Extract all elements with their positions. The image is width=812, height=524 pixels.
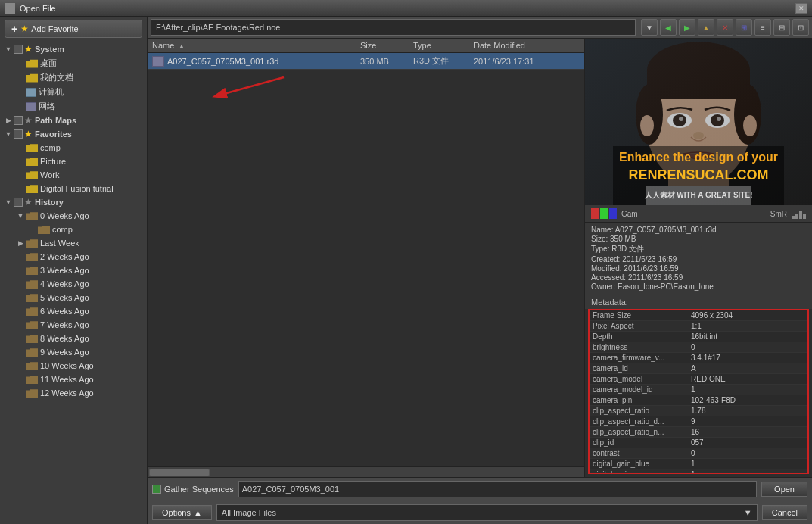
expand-lastweek[interactable]: ▶ [15, 238, 26, 248]
cb-favorites[interactable] [14, 129, 23, 139]
metadata-value: 0 [691, 343, 695, 351]
metadata-row: Frame Size4096 x 2304 [590, 310, 807, 321]
gather-cb[interactable] [152, 485, 161, 494]
expand-week-2[interactable] [15, 251, 26, 262]
expand-docs[interactable] [15, 73, 26, 83]
expand-network[interactable] [15, 101, 26, 112]
metadata-key: digital_gain_green [593, 470, 691, 473]
sidebar-item-network[interactable]: 网络 [0, 99, 147, 114]
expand-week-6[interactable] [15, 306, 26, 317]
path-label: F:\After_clip\AE Footage\Red noe [156, 23, 280, 32]
sidebar-item-week-0-comp[interactable]: comp [0, 223, 147, 236]
nav-list-button[interactable]: ≡ [754, 19, 771, 36]
path-dropdown-button[interactable]: ▼ [641, 19, 658, 36]
header-name[interactable]: Name ▲ [152, 41, 360, 50]
add-favorite-label: Add Favorite [31, 24, 78, 33]
metadata-key: clip_aspect_ratio [593, 407, 691, 415]
horizontal-scrollbar[interactable] [148, 466, 584, 477]
expand-week-3[interactable] [15, 265, 26, 276]
sidebar-item-week-12[interactable]: 12 Weeks Ago [0, 386, 147, 400]
folder-icon-week-12 [26, 388, 38, 398]
cb-history[interactable] [14, 198, 23, 207]
sidebar-item-week-11[interactable]: 11 Weeks Ago [0, 373, 147, 386]
sidebar-item-computer[interactable]: 计算机 [0, 85, 147, 99]
cb-system[interactable] [14, 45, 23, 54]
expand-week-10[interactable] [15, 360, 26, 371]
expand-df[interactable] [15, 183, 26, 194]
folder-icon-df [26, 184, 38, 193]
nav-thumb-button[interactable]: ⊡ [792, 19, 809, 36]
options-button[interactable]: Options ▲ [152, 505, 212, 520]
gather-sequences-checkbox[interactable]: Gather Sequences [152, 485, 234, 494]
add-favorite-button[interactable]: + ★ Add Favorite [5, 20, 142, 38]
metadata-table[interactable]: Frame Size4096 x 2304Pixel Aspect1:1Dept… [590, 310, 807, 473]
metadata-value: 3.4.1#17 [691, 354, 720, 362]
header-size[interactable]: Size [360, 41, 413, 50]
expand-comp[interactable] [15, 142, 26, 153]
file-date: 2011/6/23 17:31 [474, 57, 580, 66]
bottom-bar-2: Options ▲ All Image Files ▼ Cancel [148, 501, 812, 524]
sidebar-item-week-2[interactable]: 2 Weeks Ago [0, 250, 147, 264]
expand-week-11[interactable] [15, 374, 26, 385]
expand-desktop[interactable] [15, 58, 26, 69]
sidebar-item-week-5[interactable]: 5 Weeks Ago [0, 291, 147, 304]
expand-week-7[interactable] [15, 320, 26, 330]
expand-week-9[interactable] [15, 347, 26, 357]
sidebar-item-week-4[interactable]: 4 Weeks Ago [0, 277, 147, 291]
expand-history[interactable]: ▼ [3, 197, 14, 207]
expand-week-0-comp[interactable] [27, 224, 38, 235]
metadata-key: digital_gain_blue [593, 460, 691, 468]
sidebar-item-comp[interactable]: comp [0, 141, 147, 154]
expand-week-4[interactable] [15, 279, 26, 289]
sidebar-item-system[interactable]: ▼ ★ System [0, 42, 147, 56]
header-date[interactable]: Date Modified [474, 41, 580, 50]
nav-details-button[interactable]: ⊟ [773, 19, 790, 36]
sidebar-item-week-10[interactable]: 10 Weeks Ago [0, 359, 147, 373]
sidebar-item-week-0[interactable]: ▼ 0 Weeks Ago [0, 209, 147, 223]
expand-week-12[interactable] [15, 388, 26, 398]
expand-week-8[interactable] [15, 333, 26, 344]
sidebar-item-picture[interactable]: Picture [0, 154, 147, 168]
expand-picture[interactable] [15, 156, 26, 167]
open-button[interactable]: Open [761, 482, 807, 497]
cb-pathmaps[interactable] [14, 116, 23, 125]
sidebar-item-pathmaps[interactable]: ▶ ★ Path Maps [0, 114, 147, 127]
header-type[interactable]: Type [413, 41, 474, 50]
close-button[interactable]: ✕ [795, 3, 807, 14]
sidebar-item-documents[interactable]: 我的文档 [0, 70, 147, 85]
sidebar-item-history[interactable]: ▼ ★ History [0, 195, 147, 209]
nav-back-button[interactable]: ◀ [660, 19, 677, 36]
metadata-row: camera_firmware_v...3.4.1#17 [590, 353, 807, 363]
expand-week-5[interactable] [15, 292, 26, 303]
file-info-section: Name: A027_C057_0705M3_001.r3d Size: 350… [585, 223, 812, 295]
filetype-select[interactable]: All Image Files ▼ [216, 504, 758, 521]
filename-input[interactable] [238, 481, 757, 497]
sidebar-item-week-9[interactable]: 9 Weeks Ago [0, 345, 147, 359]
cancel-button[interactable]: Cancel [762, 505, 807, 520]
info-size-row: Size: 350 MB [591, 235, 806, 243]
sidebar-item-week-8[interactable]: 8 Weeks Ago [0, 332, 147, 345]
nav-home-button[interactable]: ⊞ [736, 19, 752, 36]
expand-favorites[interactable]: ▼ [3, 129, 14, 139]
sidebar-item-week-3[interactable]: 3 Weeks Ago [0, 264, 147, 277]
file-row[interactable]: A027_C057_0705M3_001.r3d 350 MB R3D 文件 2… [148, 53, 584, 70]
expand-week-0[interactable]: ▼ [15, 211, 26, 221]
right-panel: F:\After_clip\AE Footage\Red noe ▼ ◀ ▶ ▲… [148, 17, 812, 524]
nav-refresh-button[interactable]: ✕ [717, 19, 733, 36]
sidebar-item-work[interactable]: Work [0, 168, 147, 182]
sidebar-item-desktop[interactable]: 桌面 [0, 56, 147, 70]
sidebar-item-week-7[interactable]: 7 Weeks Ago [0, 318, 147, 332]
h-scrollbar-thumb[interactable] [149, 469, 210, 476]
desktop-label: 桌面 [40, 58, 57, 69]
nav-forward-button[interactable]: ▶ [679, 19, 695, 36]
expand-system[interactable]: ▼ [3, 44, 14, 55]
sidebar-item-lastweek[interactable]: ▶ Last Week [0, 236, 147, 250]
path-bar[interactable]: F:\After_clip\AE Footage\Red noe [151, 19, 636, 36]
sidebar-item-digitalfusion[interactable]: Digital Fusion tutrial [0, 182, 147, 195]
expand-pathmaps[interactable]: ▶ [3, 115, 14, 126]
expand-computer[interactable] [15, 87, 26, 98]
sidebar-item-favorites[interactable]: ▼ ★ Favorites [0, 127, 147, 141]
expand-work[interactable] [15, 170, 26, 180]
sidebar-item-week-6[interactable]: 6 Weeks Ago [0, 304, 147, 318]
nav-up-button[interactable]: ▲ [698, 19, 714, 36]
